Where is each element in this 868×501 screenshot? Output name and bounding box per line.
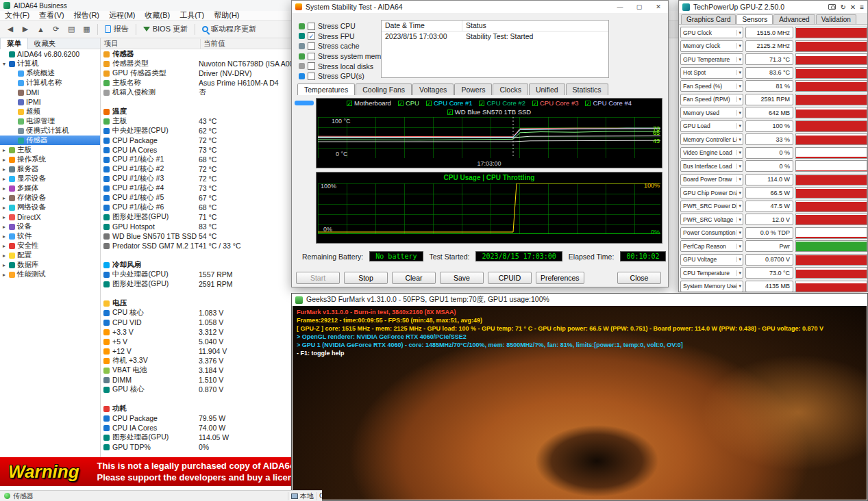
close-icon[interactable]: ✕ [850,3,856,11]
list-item[interactable]: +5 V 5.040 V [101,337,291,346]
tree-item[interactable]: ▸ 操作系统 [0,155,100,164]
sensor-name-dropdown[interactable]: CPU Temperature ▾ [680,267,743,279]
list-item[interactable]: 传感器类型 Nuvoton NCT6798D (ISA A00h) [101,59,291,68]
sensor-name-dropdown[interactable]: Memory Used ▾ [680,107,743,118]
sensor-name-dropdown[interactable]: GPU Clock ▾ [680,27,743,38]
tree-item[interactable]: ▸ 网络设备 [0,203,100,212]
sensor-name-dropdown[interactable]: GPU Chip Power Draw ▾ [680,187,743,198]
tree-expand-icon[interactable]: ▸ [1,214,7,220]
stress-checkbox[interactable] [308,73,315,80]
minimize-icon[interactable]: — [610,1,630,13]
list-item[interactable]: 图形处理器(GPU) 2591 RPM [101,279,291,289]
legend-item[interactable]: ✓ Motherboard [347,99,391,107]
tree-item[interactable]: IPMI [0,97,100,107]
tree-item[interactable]: ▸ 服务器 [0,164,100,174]
close-button[interactable]: Close [617,272,661,284]
menu-item[interactable]: 远程(M) [104,10,140,21]
sensor-name-dropdown[interactable]: GPU Load ▾ [680,120,743,132]
menu-item[interactable]: 帮助(H) [209,10,244,21]
sensor-name-dropdown[interactable]: GPU Temperature ▾ [680,53,743,65]
log-col-status[interactable]: Status [462,21,490,31]
tree-expand-icon[interactable]: ▸ [1,195,7,201]
menu-item[interactable]: 查看(V) [34,10,69,21]
legend-checkbox[interactable]: ✓ [398,101,404,106]
list-item[interactable]: +3.3 V 3.312 V [101,327,291,337]
stress-checkbox[interactable] [308,23,315,30]
tree-expand-icon[interactable]: ▸ [1,157,7,163]
tree-expand-icon[interactable]: ▸ [1,272,7,278]
tab[interactable]: Statistics [566,84,608,95]
driver-update-button[interactable]: 驱动程序更新 [199,23,260,36]
sst-button[interactable]: Stop [344,272,388,284]
graph-scrollbar[interactable] [295,101,314,105]
sst-titlebar[interactable]: System Stability Test - AIDA64 — ▢ ✕ [292,1,668,13]
tree-item[interactable]: ▸ 数据库 [0,260,100,270]
list-item[interactable] [101,289,291,298]
tab[interactable]: Voltages [412,84,454,95]
tab[interactable]: Clocks [493,84,528,95]
list-item[interactable]: CPU #1/核心 #4 73 °C [101,183,291,193]
tab[interactable]: Sensors [736,14,773,24]
legend-item[interactable]: ✓ CPU Core #2 [479,99,525,107]
stress-option[interactable]: Stress GPU(s) [299,71,391,81]
sensor-name-dropdown[interactable]: Bus Interface Load ▾ [680,160,743,172]
list-item[interactable]: CPU IA Cores 74.00 W [101,423,291,433]
column-item[interactable]: 项目 [101,39,201,49]
furmark-titlebar[interactable]: Geeks3D FurMark v1.31.0.0 - 50FPS, GPU1 … [292,294,867,306]
list-item[interactable]: GPU TDP% 0% [101,442,291,452]
tree-item[interactable]: ▸ 显示设备 [0,174,100,183]
tree-item[interactable]: ▸ 性能测试 [0,270,100,279]
list-item[interactable]: 主板名称 Asus Prime H610M-A D4 [101,78,291,88]
tree-item[interactable]: 便携式计算机 [0,126,100,136]
list-item[interactable]: DIMM 1.510 V [101,375,291,385]
tab[interactable]: Unified [529,84,565,95]
report-button[interactable]: 报告 [101,23,132,36]
list-item[interactable]: GPU 传感器类型 Driver (NV-DRV) [101,68,291,78]
list-item[interactable]: GPU Hotspot 83 °C [101,222,291,231]
stress-checkbox[interactable] [308,62,315,70]
tree-item[interactable]: ▾ 计算机 [0,59,100,68]
list-item[interactable]: CPU Package 72 °C [101,136,291,145]
list-item[interactable] [101,394,291,404]
screenshot-camera-icon[interactable] [828,4,836,10]
list-item[interactable]: 主板 43 °C [101,116,291,126]
list-item[interactable]: 待机 +3.3V 3.376 V [101,356,291,365]
tree-item[interactable]: ▸ 配置 [0,250,100,260]
sst-button[interactable]: Start [296,272,340,284]
tree-expand-icon[interactable]: ▸ [1,224,7,230]
legend-checkbox[interactable]: ✓ [585,101,591,106]
tree-item[interactable]: ▸ 软件 [0,231,100,241]
sensor-name-dropdown[interactable]: Hot Spot ▾ [680,67,743,79]
sensor-name-dropdown[interactable]: PWR_SRC Power Draw ▾ [680,201,743,212]
list-item[interactable]: 传感器 [101,49,291,59]
list-item[interactable] [101,250,291,260]
list-item[interactable]: 图形处理器(GPU) 71 °C [101,212,291,222]
list-item[interactable]: GPU 核心 0.870 V [101,385,291,394]
chart-button[interactable]: ▦ [79,23,93,36]
sst-button[interactable]: Preferences [536,272,584,284]
list-item[interactable]: 图形处理器(GPU) 114.05 W [101,433,291,442]
stress-option[interactable]: Stress system memory [299,51,391,62]
list-item[interactable]: 中央处理器(CPU) 1557 RPM [101,270,291,279]
tab[interactable]: Validation [816,14,856,24]
stress-option[interactable]: ✓ Stress FPU [299,31,391,42]
sensor-name-dropdown[interactable]: Memory Controller Load ▾ [680,133,743,145]
tab[interactable]: Advanced [773,14,815,24]
tree-item[interactable]: AIDA64 v6.80.6200 [0,49,100,59]
list-item[interactable]: Predator SSD GM7 M.2 1TB 41 °C / 33 °C [101,241,291,250]
stress-checkbox[interactable] [308,42,315,50]
tree-item[interactable]: 传感器 [0,136,100,145]
stress-checkbox[interactable] [308,53,315,60]
sensor-name-dropdown[interactable]: GPU Voltage ▾ [680,254,743,266]
sensor-name-dropdown[interactable]: Board Power Draw ▾ [680,174,743,185]
menu-item[interactable]: 文件(F) [0,10,34,21]
list-item[interactable]: VBAT 电池 3.184 V [101,365,291,375]
list-item[interactable]: 电压 [101,298,291,308]
tree-item[interactable]: ▸ 存储设备 [0,193,100,203]
list-item[interactable]: 机箱入侵检测 否 [101,88,291,97]
legend-item[interactable]: ✓ CPU [398,99,419,107]
tree-expand-icon[interactable]: ▸ [1,253,7,259]
sst-button[interactable]: CPUID [488,272,532,284]
list-item[interactable]: CPU Package 79.95 W [101,413,291,423]
list-item[interactable]: CPU #1/核心 #5 67 °C [101,193,291,203]
